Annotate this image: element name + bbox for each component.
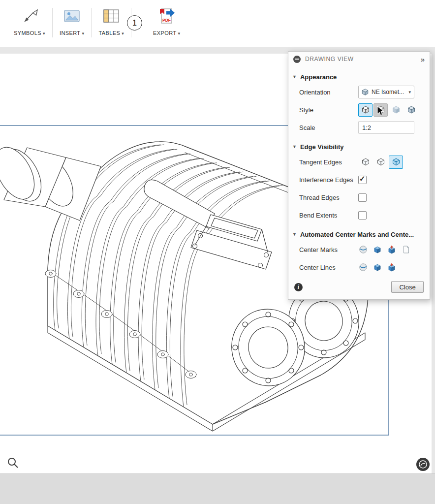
close-button[interactable]: Close [391,281,424,293]
thread-edges-label: Thread Edges [299,194,358,201]
section-center-marks[interactable]: ▼ Automated Center Marks and Cente... [288,228,430,241]
chevron-down-icon: ▾ [178,31,181,36]
check-icon: ✓ [359,174,366,183]
center-lines-row: Center Lines [288,258,430,276]
scale-row: Scale [288,119,430,136]
orientation-cube-icon [361,88,369,96]
tangent-edges-label: Tangent Edges [299,158,358,166]
bend-extents-checkbox[interactable]: ✓ [358,211,367,220]
hole-arrow-icon [387,245,396,254]
scale-input[interactable] [358,121,414,134]
step-annotation-badge: 1 [127,15,142,31]
sphere-icon [359,245,368,254]
center-lines-sphere-button[interactable] [358,262,368,272]
toolbar-tables-label: TABLES [98,30,120,36]
center-marks-label: Center Marks [299,246,358,253]
toolbar-export-button[interactable]: PDF EXPORT▾ [146,0,187,36]
insert-image-icon [63,6,81,27]
center-marks-extrude-button[interactable] [373,245,382,254]
tangent-shortened-button[interactable] [373,156,388,169]
info-icon[interactable]: i [294,283,303,291]
bend-extents-label: Bend Extents [299,212,358,219]
center-marks-sketch-button[interactable] [401,245,411,254]
thread-edges-row: Thread Edges ✓ [288,189,430,206]
hole-arrow-icon [387,263,396,272]
triangle-down-icon: ▼ [292,232,297,237]
center-lines-extrude-button[interactable] [373,262,382,272]
toolbar-insert-button[interactable]: INSERT▾ [53,0,91,36]
orientation-dropdown[interactable]: NE Isomet... ▾ [358,86,414,98]
cube-shaded-edges-icon [407,105,416,114]
extrude-block-icon [373,263,382,272]
orientation-label: Orientation [299,89,358,96]
triangle-down-icon: ▼ [292,144,297,149]
zoom-icon[interactable] [7,457,20,470]
tangent-off-button[interactable] [389,156,403,169]
symbols-icon [21,6,38,27]
extrude-block-icon [373,245,382,254]
style-visible-edges-button[interactable] [358,103,373,117]
tangent-off-icon [392,158,401,166]
table-grid-icon [102,6,120,27]
corner-badge-icon[interactable] [416,458,430,471]
sphere-icon [359,263,368,272]
panel-title: DRAWING VIEW [305,56,421,63]
interference-edges-row: Interference Edges ✓ [288,171,430,189]
section-edge-visibility-label: Edge Visibility [300,143,344,151]
panel-handle-icon[interactable] [293,56,301,63]
panel-footer: i Close [288,276,430,299]
style-label: Style [299,106,358,114]
center-lines-hole-button[interactable] [387,262,397,272]
center-lines-label: Center Lines [299,264,358,271]
triangle-down-icon: ▼ [292,74,297,79]
chevron-down-icon: ▾ [408,90,411,94]
chevron-down-icon: ▾ [82,31,84,36]
section-appearance[interactable]: ▼ Appearance [288,70,430,83]
tangent-full-button[interactable] [358,156,373,169]
center-marks-hole-button[interactable] [387,245,397,254]
center-marks-row: Center Marks [288,241,430,258]
center-marks-sphere-button[interactable] [358,245,368,254]
thread-edges-checkbox[interactable]: ✓ [358,193,367,202]
tangent-full-icon [361,158,370,166]
panel-collapse-icon[interactable]: » [421,56,425,63]
drawing-view-panel: DRAWING VIEW » ▼ Appearance Orientation … [288,51,430,300]
section-edge-visibility[interactable]: ▼ Edge Visibility [288,140,430,153]
orientation-row: Orientation NE Isomet... ▾ [288,83,430,101]
pdf-label: PDF [162,18,171,23]
toolbar-tables-button[interactable]: TABLES▾ [92,0,131,36]
panel-header: DRAWING VIEW » [288,52,430,66]
cube-hidden-edges-icon [376,105,385,114]
bend-extents-row: Bend Extents ✓ [288,206,430,224]
tangent-shortened-icon [376,158,385,166]
toolbar-symbols-label: SYMBOLS [14,30,41,36]
style-shaded-edges-button[interactable] [404,103,418,117]
export-pdf-icon: PDF [157,6,176,27]
orientation-value: NE Isomet... [372,89,408,95]
cube-shaded-icon [392,105,401,114]
chevron-down-icon: ▾ [122,31,124,36]
section-appearance-label: Appearance [300,73,337,81]
tangent-edges-row: Tangent Edges [288,153,430,171]
top-toolbar: SYMBOLS▾ INSERT▾ TABLES▾ [0,0,435,47]
scale-label: Scale [299,124,358,131]
style-hidden-edges-button[interactable] [373,103,388,117]
toolbar-insert-label: INSERT [60,30,81,36]
interference-edges-label: Interference Edges [299,176,358,184]
chevron-down-icon: ▾ [43,31,45,36]
style-shaded-button[interactable] [389,103,403,117]
toolbar-symbols-button[interactable]: SYMBOLS▾ [7,0,52,36]
document-icon [402,245,410,254]
style-row: Style [288,101,430,119]
toolbar-export-label: EXPORT [153,30,176,36]
bottom-bar [0,473,435,504]
cube-visible-edges-icon [361,105,370,114]
interference-edges-checkbox[interactable]: ✓ [358,176,367,184]
section-center-marks-label: Automated Center Marks and Cente... [300,231,414,238]
